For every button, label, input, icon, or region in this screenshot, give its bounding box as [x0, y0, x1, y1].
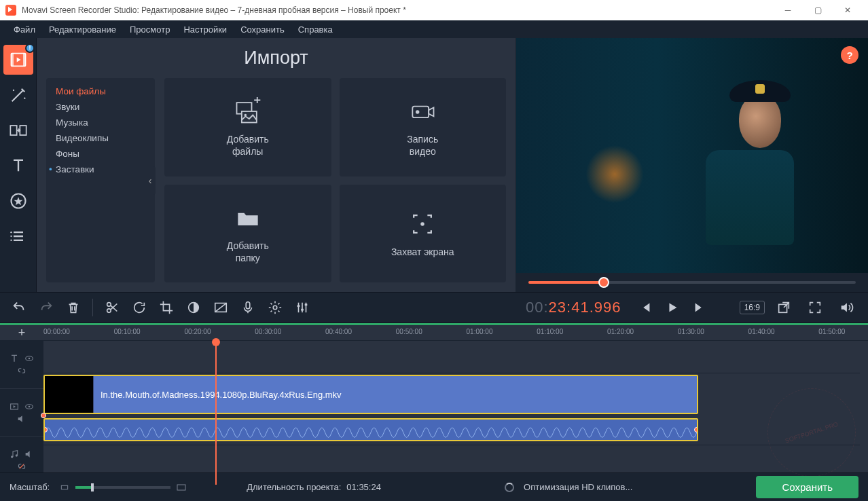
window-titlebar: Movavi Screen Recorder Studio: Редактиро…: [0, 0, 868, 20]
mute-icon: [24, 449, 35, 460]
collapse-category-button[interactable]: ‹: [145, 166, 156, 195]
tab-filters[interactable]: [3, 80, 33, 110]
fullscreen-button[interactable]: [803, 296, 827, 319]
audio-clip[interactable]: [43, 418, 698, 441]
svg-rect-37: [62, 485, 68, 489]
capture-icon: [408, 209, 437, 239]
gear-icon: [268, 300, 283, 315]
svg-rect-26: [301, 309, 304, 311]
folder-icon: [233, 203, 263, 233]
delete-button[interactable]: [61, 296, 86, 319]
menu-save[interactable]: Сохранить: [234, 22, 291, 37]
scissors-icon: [105, 300, 120, 315]
play-button[interactable]: [660, 296, 685, 319]
save-button[interactable]: Сохранить: [756, 476, 858, 498]
track-header-titles[interactable]: [0, 341, 43, 389]
tile-add-files-label: Добавить файлы: [227, 133, 269, 157]
text-icon: [9, 156, 28, 175]
clip-properties-button[interactable]: [263, 296, 287, 319]
svg-marker-9: [14, 197, 22, 205]
tab-titles[interactable]: [3, 151, 33, 181]
prev-frame-button[interactable]: [633, 296, 657, 319]
tab-transitions[interactable]: [3, 115, 33, 145]
cat-music[interactable]: Музыка: [46, 115, 155, 130]
video-clip[interactable]: In.the.Mouth.of.Madness.1994.1080p.BluRa…: [43, 375, 698, 414]
camera-icon: [408, 96, 437, 126]
timeline-ruler[interactable]: + 00:00:0000:10:0000:20:0000:30:0000:40:…: [0, 323, 868, 341]
window-title: Movavi Screen Recorder Studio: Редактиро…: [22, 5, 773, 15]
voiceover-button[interactable]: [236, 296, 260, 319]
cat-video-clips[interactable]: Видеоклипы: [46, 130, 155, 146]
cat-intros[interactable]: Заставки: [46, 162, 155, 177]
volume-button[interactable]: [834, 296, 858, 319]
svg-rect-7: [20, 126, 26, 135]
next-frame-button[interactable]: [687, 296, 712, 319]
film-icon: [9, 50, 28, 69]
svg-point-36: [16, 455, 18, 457]
zoom-out-icon: [59, 482, 70, 493]
tab-import[interactable]: [3, 45, 33, 75]
add-files-icon: [233, 96, 263, 126]
fade-icon: [213, 300, 228, 315]
menu-bar: Файл Редактирование Просмотр Настройки С…: [0, 20, 868, 38]
svg-rect-23: [246, 302, 250, 309]
menu-view[interactable]: Просмотр: [123, 22, 177, 37]
close-button[interactable]: ✕: [833, 0, 863, 20]
maximize-button[interactable]: ▢: [803, 0, 833, 20]
wand-icon: [9, 86, 28, 105]
svg-point-17: [416, 110, 420, 114]
menu-settings[interactable]: Настройки: [177, 22, 234, 37]
tile-capture-screen[interactable]: Захват экрана: [340, 185, 507, 283]
redo-icon: [39, 300, 54, 315]
track-header-video[interactable]: [0, 389, 43, 437]
svg-point-11: [10, 236, 12, 237]
skip-forward-icon: [692, 300, 707, 315]
tile-add-folder[interactable]: Добавить папку: [164, 185, 331, 283]
track-canvas[interactable]: In.the.Mouth.of.Madness.1994.1080p.BluRa…: [43, 341, 868, 485]
timecode-display: 00:23:41.996: [526, 299, 621, 316]
tile-add-files[interactable]: Добавить файлы: [164, 78, 331, 177]
play-icon: [665, 300, 680, 315]
minimize-button[interactable]: ─: [773, 0, 803, 20]
text-track-icon: [9, 353, 20, 364]
link-icon: [16, 365, 27, 376]
cat-backgrounds[interactable]: Фоны: [46, 146, 155, 162]
rotate-button[interactable]: [127, 296, 151, 319]
add-track-button[interactable]: +: [0, 325, 43, 340]
spinner-icon: [505, 483, 514, 492]
svg-point-35: [11, 456, 13, 458]
eye-icon: [24, 401, 35, 412]
preview-panel: ?: [516, 38, 868, 292]
tile-record-video-label: Запись видео: [407, 133, 438, 157]
duration-label: Длительность проекта:: [247, 482, 341, 492]
help-button[interactable]: ?: [841, 46, 858, 64]
color-button[interactable]: [181, 296, 206, 319]
redo-button[interactable]: [34, 296, 58, 319]
unlink-icon: [16, 461, 27, 472]
app-icon: [5, 5, 16, 16]
preview-seekbar[interactable]: [516, 273, 868, 292]
detach-preview-button[interactable]: [772, 296, 796, 319]
cat-my-files[interactable]: Мои файлы: [46, 84, 155, 99]
tab-more[interactable]: [3, 221, 33, 251]
tab-stickers[interactable]: [3, 186, 33, 216]
mic-icon: [240, 300, 255, 315]
cat-sounds[interactable]: Звуки: [46, 99, 155, 115]
tile-record-video[interactable]: Запись видео: [340, 78, 507, 177]
crop-button[interactable]: [154, 296, 179, 319]
transition-icon: [9, 121, 28, 140]
menu-file[interactable]: Файл: [7, 22, 42, 37]
zoom-slider[interactable]: [59, 482, 187, 493]
contrast-icon: [186, 300, 201, 315]
menu-edit[interactable]: Редактирование: [42, 22, 123, 37]
video-preview[interactable]: ?: [516, 38, 868, 273]
clip-label: In.the.Mouth.of.Madness.1994.1080p.BluRa…: [94, 390, 697, 400]
undo-button[interactable]: [7, 296, 31, 319]
aspect-ratio-button[interactable]: 16:9: [740, 301, 765, 314]
sliders-icon: [295, 300, 310, 315]
equalizer-button[interactable]: [290, 296, 314, 319]
menu-help[interactable]: Справка: [291, 22, 340, 37]
split-button[interactable]: [100, 296, 124, 319]
transition-button[interactable]: [209, 296, 233, 319]
undo-icon: [12, 300, 26, 315]
